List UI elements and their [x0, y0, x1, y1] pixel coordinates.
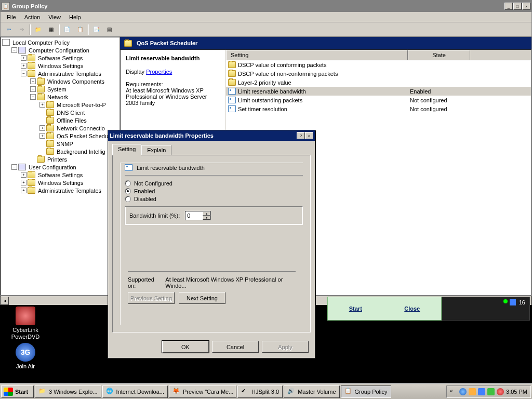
- tray-network-icon[interactable]: [487, 388, 495, 395]
- dialog-titlebar[interactable]: Limit reservable bandwidth Properties ? …: [108, 130, 315, 141]
- tree-root[interactable]: Local Computer Policy: [2, 38, 118, 46]
- list-cell-name: Layer-2 priority value: [238, 79, 291, 86]
- status-dot-icon: [503, 299, 508, 303]
- tab-explain[interactable]: Explain: [141, 145, 171, 155]
- maximize-button[interactable]: □: [513, 3, 522, 10]
- col-setting[interactable]: Setting: [226, 50, 408, 60]
- cancel-button[interactable]: Cancel: [212, 341, 259, 353]
- export-button[interactable]: 📋: [74, 23, 86, 36]
- dialog-close-button[interactable]: ×: [305, 132, 313, 139]
- list-cell-name: Limit outstanding packets: [238, 97, 302, 103]
- overlay-start-link[interactable]: Start: [349, 305, 362, 312]
- overlay-dark-panel: 16: [442, 297, 530, 321]
- tree-software-settings[interactable]: +Software Settings: [2, 54, 118, 62]
- minimize-button[interactable]: _: [504, 3, 513, 10]
- show-hide-button[interactable]: ▦: [45, 23, 57, 36]
- tray-antivirus-icon[interactable]: [497, 388, 504, 395]
- properties-button[interactable]: 📄: [61, 23, 73, 36]
- bandwidth-label: Bandwidth limit (%):: [129, 212, 180, 219]
- task-icon: 🦊: [172, 388, 181, 396]
- template-button[interactable]: 📑: [90, 23, 102, 36]
- task-button[interactable]: 🌐Internet Downloa...: [102, 385, 168, 398]
- tree-admin-templates[interactable]: −Administrative Templates: [2, 70, 118, 77]
- col-state[interactable]: State: [408, 50, 470, 60]
- forward-button[interactable]: ⇨: [16, 23, 28, 36]
- menu-view[interactable]: View: [44, 13, 65, 21]
- tray-shield-icon[interactable]: [469, 388, 476, 395]
- task-button[interactable]: 🔊Master Volume: [284, 385, 339, 398]
- properties-dialog: Limit reservable bandwidth Properties ? …: [108, 130, 315, 358]
- tab-setting[interactable]: Setting: [112, 144, 141, 155]
- previous-setting-button[interactable]: Previous Setting: [128, 292, 175, 304]
- radio-disabled[interactable]: Disabled: [125, 196, 303, 202]
- desktop-icon-joinair[interactable]: 3G Join Air: [7, 343, 44, 370]
- tray-monitor-icon[interactable]: [478, 388, 485, 395]
- tree-network[interactable]: −Network: [2, 93, 118, 101]
- dialog-heading: Limit reservable bandwidth: [137, 165, 205, 171]
- tree-offline-files[interactable]: Offline Files: [2, 116, 118, 124]
- back-button[interactable]: ⇦: [3, 23, 15, 36]
- tray-globe-icon[interactable]: [459, 388, 467, 395]
- overlay-close-link[interactable]: Close: [404, 305, 420, 312]
- close-button[interactable]: ×: [522, 3, 530, 10]
- titlebar[interactable]: 📋 Group Policy _ □ ×: [1, 1, 531, 12]
- list-cell-state: [408, 70, 470, 77]
- properties-link[interactable]: Properties: [146, 69, 172, 75]
- tree-network-connections[interactable]: +Network Connectio: [2, 124, 118, 132]
- task-button[interactable]: 📋Group Policy: [341, 385, 391, 398]
- tree-computer-config[interactable]: −Computer Configuration: [2, 46, 118, 54]
- tree-u-software[interactable]: +Software Settings: [2, 171, 118, 179]
- bandwidth-input[interactable]: 0 ▲▼: [185, 211, 211, 220]
- list-cell-state: [408, 61, 470, 69]
- menu-action[interactable]: Action: [20, 13, 45, 21]
- task-button[interactable]: 📁3 Windows Explo...: [35, 385, 101, 398]
- radio-enabled[interactable]: Enabled: [125, 188, 303, 194]
- tree-qos[interactable]: +QoS Packet Schedu: [2, 132, 118, 140]
- tree-snmp[interactable]: SNMP: [2, 140, 118, 148]
- task-button[interactable]: 🦊Preview "Cara Me...: [169, 385, 236, 398]
- tray-arrow-icon[interactable]: «: [450, 388, 457, 395]
- right-header: QoS Packet Scheduler: [120, 37, 531, 49]
- tree-u-admin[interactable]: +Administrative Templates: [2, 187, 118, 194]
- list-row[interactable]: Layer-2 priority value: [226, 78, 531, 87]
- tree-windows-settings[interactable]: +Windows Settings: [2, 62, 118, 70]
- list-row[interactable]: Limit reservable bandwidthEnabled: [226, 87, 531, 96]
- list-row[interactable]: Set timer resolutionNot configured: [226, 104, 531, 113]
- start-button[interactable]: Start: [1, 385, 34, 398]
- joinair-icon: 3G: [16, 343, 35, 362]
- info-title: Limit reservable bandwidth: [126, 55, 220, 61]
- tree-u-windows[interactable]: +Windows Settings: [2, 179, 118, 187]
- up-button[interactable]: 📁: [32, 23, 44, 36]
- list-cell-state: [408, 78, 470, 86]
- desktop-icon-powerdvd[interactable]: CyberLink PowerDVD: [7, 307, 44, 340]
- spin-up-button[interactable]: ▲: [203, 211, 210, 216]
- policy-icon: [125, 164, 132, 171]
- radio-not-configured[interactable]: Not Configured: [125, 180, 303, 187]
- ok-button[interactable]: OK: [162, 341, 209, 353]
- tree-system[interactable]: +System: [2, 85, 118, 93]
- tree-printers[interactable]: Printers: [2, 155, 118, 163]
- tray-clock[interactable]: 3:05 PM: [506, 389, 527, 395]
- system-tray[interactable]: « 3:05 PM: [446, 385, 531, 398]
- scroll-left-button[interactable]: ◀: [1, 297, 9, 305]
- spin-down-button[interactable]: ▼: [203, 216, 210, 220]
- tree-user-config[interactable]: −User Configuration: [2, 163, 118, 171]
- field-group: Bandwidth limit (%): 0 ▲▼: [125, 206, 303, 225]
- menu-file[interactable]: File: [3, 13, 20, 21]
- apply-button[interactable]: Apply: [262, 341, 309, 353]
- list-row[interactable]: DSCP value of conforming packets: [226, 60, 531, 69]
- list-row[interactable]: DSCP value of non-conforming packets: [226, 69, 531, 78]
- display-label: Display: [126, 69, 144, 75]
- tree-bits[interactable]: Background Intellig: [2, 148, 118, 155]
- help-button[interactable]: ?: [297, 132, 305, 139]
- tree-windows-components[interactable]: +Windows Components: [2, 77, 118, 85]
- list-cell-state: Enabled: [408, 87, 470, 95]
- list-row[interactable]: Limit outstanding packetsNot configured: [226, 96, 531, 104]
- menu-help[interactable]: Help: [65, 13, 85, 21]
- tree-dns-client[interactable]: DNS Client: [2, 109, 118, 116]
- tree-ms-p2p[interactable]: +Microsoft Peer-to-P: [2, 101, 118, 109]
- next-setting-button[interactable]: Next Setting: [179, 292, 225, 304]
- task-button[interactable]: ✔HJSplit 3.0: [237, 385, 283, 398]
- tree-pane[interactable]: Local Computer Policy −Computer Configur…: [1, 37, 120, 296]
- filter-button[interactable]: ▤: [103, 23, 115, 36]
